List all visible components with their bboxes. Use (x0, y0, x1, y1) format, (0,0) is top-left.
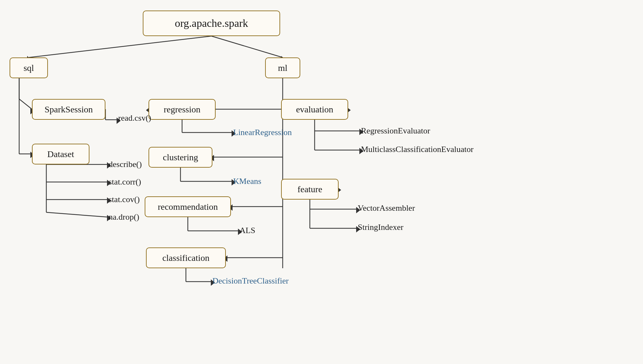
node-ml: ml (265, 57, 300, 78)
leaf-string-indexer: StringIndexer (358, 223, 403, 232)
svg-line-20 (46, 212, 109, 217)
node-classification: classification (146, 247, 226, 268)
node-dataset: Dataset (32, 144, 89, 164)
node-classification-label: classification (162, 253, 210, 263)
node-regression-label: regression (164, 104, 200, 115)
node-sql: sql (10, 57, 48, 78)
node-recommendation: recommendation (145, 196, 231, 217)
leaf-multiclass-evaluator: MulticlassClassificationEvaluator (361, 145, 473, 154)
node-evaluation: evaluation (281, 99, 348, 120)
node-clustering-label: clustering (163, 152, 198, 163)
leaf-vector-assembler: VectorAssembler (358, 203, 415, 213)
svg-line-2 (211, 36, 283, 57)
node-dataset-label: Dataset (47, 149, 74, 159)
leaf-read-csv: read.csv() (118, 113, 151, 123)
leaf-decision-tree: DecisionTreeClassifier (212, 276, 289, 286)
node-ml-label: ml (278, 63, 287, 73)
node-spark-session-label: SparkSession (45, 104, 93, 115)
node-sql-label: sql (24, 63, 34, 73)
leaf-regression-evaluator: RegressionEvaluator (361, 126, 430, 136)
leaf-stat-cov: stat.cov() (109, 195, 140, 204)
node-root-label: org.apache.spark (175, 17, 248, 29)
leaf-na-drop: na.drop() (109, 212, 139, 222)
leaf-kmeans: KMeans (233, 177, 261, 186)
leaf-linear-regression: LinearRegression (233, 128, 292, 137)
leaf-describe: describe() (109, 160, 142, 169)
svg-line-0 (29, 36, 211, 57)
node-feature: feature (281, 179, 339, 200)
node-clustering: clustering (149, 147, 212, 168)
diagram-container: org.apache.spark sql ml SparkSession Dat… (0, 0, 643, 364)
node-feature-label: feature (297, 184, 322, 194)
node-evaluation-label: evaluation (296, 104, 333, 115)
leaf-als: ALS (240, 226, 255, 235)
svg-line-5 (19, 99, 32, 109)
node-recommendation-label: recommendation (158, 202, 218, 212)
node-regression: regression (149, 99, 216, 120)
node-spark-session: SparkSession (32, 99, 105, 120)
leaf-stat-corr: stat.corr() (109, 177, 141, 187)
node-root: org.apache.spark (143, 11, 280, 36)
